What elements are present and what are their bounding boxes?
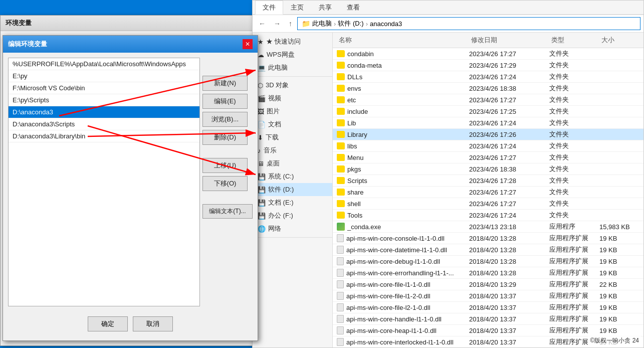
- forward-button[interactable]: →: [271, 18, 284, 30]
- table-row[interactable]: api-ms-win-core-datetime-l1-1-0.dll 2018…: [333, 244, 643, 256]
- table-row[interactable]: shell 2023/4/26 17:27 文件夹: [333, 198, 643, 210]
- folder-icon: [337, 200, 345, 207]
- file-name-cell: api-ms-win-core-datetime-l1-1-0.dll: [337, 246, 469, 254]
- move-down-button[interactable]: 下移(O): [202, 176, 248, 191]
- sidebar-item-image[interactable]: 🖼图片: [253, 105, 332, 118]
- sidebar-item-drive[interactable]: 💾软件 (D:): [253, 183, 332, 196]
- table-row[interactable]: conda-meta 2023/4/26 17:29 文件夹: [333, 60, 643, 71]
- back-button[interactable]: ←: [256, 18, 269, 30]
- sidebar-item-drive[interactable]: 💾文档 (E:): [253, 196, 332, 209]
- sidebar-label: 音乐: [264, 146, 277, 155]
- table-row[interactable]: api-ms-win-core-file-l1-2-0.dll 2018/4/2…: [333, 290, 643, 302]
- file-name: libs: [347, 142, 357, 150]
- sidebar-item-network[interactable]: 🌐网络: [253, 222, 332, 235]
- table-row[interactable]: condabin 2023/4/26 17:27 文件夹: [333, 48, 643, 60]
- exe-icon: [337, 223, 345, 231]
- table-row[interactable]: pkgs 2023/4/26 18:38 文件夹: [333, 163, 643, 175]
- path-item[interactable]: D:\anaconda3\Scripts: [9, 118, 199, 130]
- file-name: Tools: [347, 212, 362, 219]
- sidebar-icon: ☁: [258, 51, 264, 59]
- file-modified: 2023/4/13 23:18: [469, 223, 549, 231]
- table-row[interactable]: api-ms-win-core-heap-l1-1-0.dll 2018/4/2…: [333, 325, 643, 336]
- close-button[interactable]: ✕: [243, 39, 253, 49]
- table-row[interactable]: api-ms-win-core-console-l1-1-0.dll 2018/…: [333, 233, 643, 244]
- sidebar-item-drive[interactable]: 💾办公 (F:): [253, 209, 332, 222]
- ribbon-tab-主页[interactable]: 主页: [283, 1, 311, 14]
- file-name: api-ms-win-core-datetime-l1-1-0.dll: [346, 246, 447, 254]
- new-button[interactable]: 新建(N): [202, 76, 248, 91]
- sidebar-item-star[interactable]: ★★ 快速访问: [253, 35, 332, 48]
- table-row[interactable]: api-ms-win-core-handle-l1-1-0.dll 2018/4…: [333, 313, 643, 325]
- path-item[interactable]: E:\py: [9, 70, 199, 82]
- sidebar-item-download[interactable]: ⬇下载: [253, 131, 332, 144]
- path-item[interactable]: D:\anaconda3: [9, 106, 199, 118]
- table-row[interactable]: Lib 2023/4/26 17:24 文件夹: [333, 117, 643, 129]
- sidebar-item-cube[interactable]: ⬡3D 对象: [253, 79, 332, 92]
- folder-icon: [337, 50, 345, 57]
- sidebar-icon: ⬇: [258, 134, 263, 141]
- file-name: shell: [347, 200, 361, 208]
- file-name-cell: api-ms-win-core-file-l1-2-0.dll: [337, 292, 469, 300]
- col-size[interactable]: 大小: [599, 35, 639, 46]
- sidebar-item-doc[interactable]: 📄文档: [253, 118, 332, 131]
- up-button[interactable]: ↑: [286, 18, 295, 30]
- path-item[interactable]: F:\Microsoft VS Code\bin: [9, 82, 199, 94]
- file-name: _conda.exe: [347, 223, 381, 231]
- table-row[interactable]: envs 2023/4/26 18:38 文件夹: [333, 83, 643, 94]
- file-name-cell: share: [337, 189, 469, 196]
- path-item[interactable]: E:\py\Scripts: [9, 94, 199, 106]
- address-path[interactable]: 📁 此电脑 › 软件 (D:) › anaconda3: [297, 17, 640, 30]
- sidebar-item-cloud[interactable]: ☁WPS网盘: [253, 48, 332, 61]
- table-row[interactable]: etc 2023/4/26 17:27 文件夹: [333, 94, 643, 106]
- file-name-cell: condabin: [337, 50, 469, 58]
- address-bar: ← → ↑ 📁 此电脑 › 软件 (D:) › anaconda3: [253, 15, 643, 33]
- delete-button[interactable]: 删除(D): [202, 130, 248, 145]
- ribbon-tab-查看[interactable]: 查看: [339, 1, 367, 14]
- table-row[interactable]: api-ms-win-core-errorhandling-l1-1-... 2…: [333, 267, 643, 279]
- cancel-button[interactable]: 取消: [133, 316, 173, 331]
- sidebar-item-desktop[interactable]: 🖥桌面: [253, 157, 332, 170]
- table-row[interactable]: Scripts 2023/4/26 17:28 文件夹: [333, 175, 643, 187]
- table-row[interactable]: DLLs 2023/4/26 17:24 文件夹: [333, 71, 643, 83]
- file-type: 文件夹: [549, 72, 599, 81]
- table-row[interactable]: include 2023/4/26 17:25 文件夹: [333, 106, 643, 117]
- file-modified: 2018/4/20 13:29: [469, 281, 549, 288]
- table-row[interactable]: Library 2023/4/26 17:26 文件夹: [333, 129, 643, 140]
- col-modified[interactable]: 修改日期: [469, 35, 549, 46]
- path-item[interactable]: %USERPROFILE%\AppData\Local\Microsoft\Wi…: [9, 58, 199, 70]
- edit-text-button[interactable]: 编辑文本(T)...: [202, 204, 253, 219]
- table-row[interactable]: api-ms-win-core-file-l1-1-0.dll 2018/4/2…: [333, 279, 643, 290]
- file-name: etc: [347, 96, 356, 104]
- file-type: 文件夹: [549, 49, 599, 58]
- file-name-cell: api-ms-win-core-file-l2-1-0.dll: [337, 303, 469, 311]
- col-name[interactable]: 名称: [337, 35, 469, 46]
- ribbon-tab-文件[interactable]: 文件: [255, 1, 283, 15]
- table-row[interactable]: Menu 2023/4/26 17:27 文件夹: [333, 152, 643, 163]
- table-row[interactable]: api-ms-win-core-debug-l1-1-0.dll 2018/4/…: [333, 256, 643, 267]
- sidebar-item-computer[interactable]: 💻此电脑: [253, 61, 332, 74]
- col-type[interactable]: 类型: [549, 35, 599, 46]
- file-modified: 2023/4/26 18:38: [469, 85, 549, 92]
- table-row[interactable]: Tools 2023/4/26 17:24 文件夹: [333, 210, 643, 221]
- table-row[interactable]: libs 2023/4/26 17:24 文件夹: [333, 140, 643, 152]
- table-row[interactable]: api-ms-win-core-file-l2-1-0.dll 2018/4/2…: [333, 302, 643, 313]
- edit-env-dialog: 编辑环境变量 ✕ %USERPROFILE%\AppData\Local\Mic…: [3, 35, 258, 341]
- table-row[interactable]: _conda.exe 2023/4/13 23:18 应用程序 15,983 K…: [333, 221, 643, 233]
- path-item[interactable]: D:\anaconda3\Library\bin: [9, 130, 199, 142]
- confirm-button[interactable]: 确定: [88, 316, 128, 331]
- dll-icon: [337, 246, 344, 254]
- file-type: 应用程序扩展: [549, 303, 599, 312]
- file-name: envs: [347, 85, 361, 92]
- sidebar-icon: 💾: [258, 212, 266, 220]
- move-up-button[interactable]: 上移(U): [202, 158, 248, 173]
- sidebar-item-video[interactable]: 🎬视频: [253, 92, 332, 105]
- file-name-cell: libs: [337, 142, 469, 150]
- edit-button[interactable]: 编辑(E): [202, 94, 248, 109]
- ribbon-tab-共享[interactable]: 共享: [311, 1, 339, 14]
- sidebar-label: WPS网盘: [267, 50, 295, 59]
- sidebar-item-music[interactable]: ♪音乐: [253, 144, 332, 157]
- table-row[interactable]: share 2023/4/26 17:27 文件夹: [333, 187, 643, 198]
- browse-button[interactable]: 浏览(B)...: [202, 112, 248, 127]
- sidebar-item-drive[interactable]: 💾系统 (C:): [253, 170, 332, 183]
- file-name-cell: etc: [337, 96, 469, 104]
